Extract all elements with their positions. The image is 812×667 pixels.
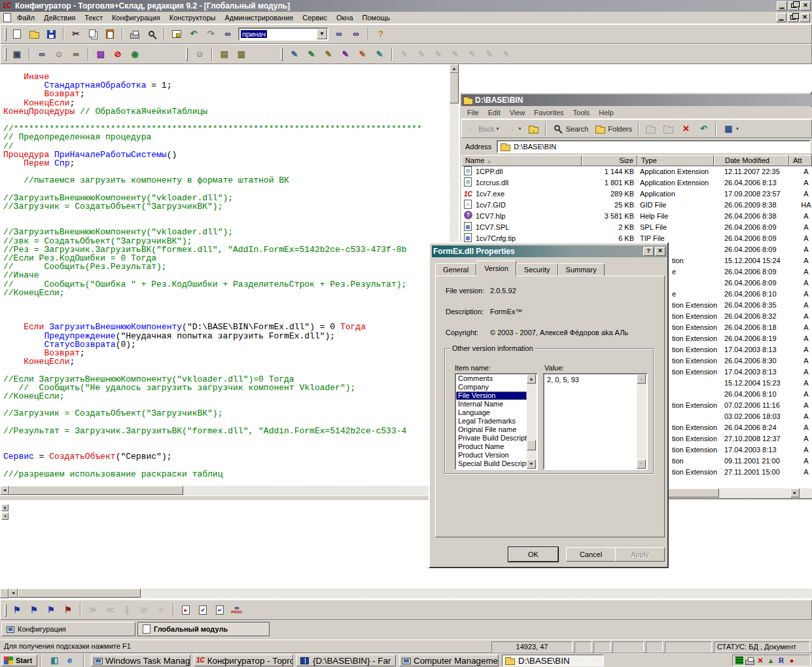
file-row[interactable]: ⚙1crcrus.dll1 801 KBApplication Extensio… <box>461 177 812 189</box>
indent-decrease-button[interactable]: ≪ <box>102 603 118 617</box>
list-vscrollbar[interactable]: ▲ ▼ <box>527 374 537 469</box>
cancel-button[interactable]: Cancel <box>566 547 616 562</box>
start-button[interactable]: Start <box>1 655 37 666</box>
mdi-minimize-button[interactable]: ▁ <box>776 13 786 22</box>
constructor-6-button[interactable]: ✎ <box>372 47 387 62</box>
constructor-10-button[interactable]: ✎ <box>448 47 463 62</box>
hscroll-thumb[interactable] <box>9 486 183 495</box>
main-menu-windows[interactable]: Окна <box>332 12 358 23</box>
version-item[interactable]: Company <box>456 383 527 391</box>
code-text[interactable]: Иначе СтандартнаяОбработка = 1; Возврат;… <box>3 73 449 484</box>
toolbar-handle-2[interactable] <box>5 48 7 61</box>
scheduler-tray-icon[interactable]: ▲ <box>766 655 775 666</box>
table-properties-button[interactable] <box>169 27 185 41</box>
show-desktop-button[interactable]: ◧ <box>49 655 60 666</box>
message-pane[interactable]: x ◂ ◄ <box>0 500 812 600</box>
column-header-attributes[interactable]: Att <box>789 155 812 166</box>
main-menu-administration[interactable]: Администрирование <box>220 12 298 23</box>
search-button[interactable]: Search <box>549 122 591 136</box>
globe-check-button[interactable]: ◉ <box>127 47 143 62</box>
explorer-menu-file[interactable]: File <box>463 107 484 118</box>
redo-button[interactable]: ↷ <box>203 27 219 41</box>
item-name-listbox[interactable]: CommentsCompanyFile VersionInternal Name… <box>455 373 538 470</box>
restore-button[interactable] <box>788 1 799 10</box>
close-button[interactable]: ✕ <box>800 1 811 10</box>
constructor-5-button[interactable]: ✎ <box>355 47 370 62</box>
toolbar-handle[interactable] <box>186 48 188 61</box>
main-menu-configuration[interactable]: Конфигурация <box>107 12 165 23</box>
copy-button[interactable] <box>85 27 101 41</box>
constructor-2-button[interactable]: ✎ <box>304 47 319 62</box>
value-box[interactable]: 2, 0, 5, 93 ▲ ▼ <box>543 373 648 470</box>
task-explorer-base-bin[interactable]: D:\BASE\BIN <box>502 655 604 666</box>
apply-button[interactable]: Apply <box>615 547 665 562</box>
scroll-up-icon[interactable]: ▲ <box>527 374 536 384</box>
dialog-tab-security[interactable]: Security <box>516 263 558 276</box>
printer-status-tray-icon[interactable] <box>745 655 754 666</box>
constructor-8-button[interactable]: ✎ <box>414 47 429 62</box>
task-far-manager[interactable]: {D:\BASE\BIN} - Far <box>296 655 396 666</box>
delete-button[interactable]: ✕ <box>677 122 695 136</box>
main-menu-constructors[interactable]: Конструкторы <box>165 12 221 23</box>
task-one-c-configurator[interactable]: 1CКонфигуратор - Торгов... <box>194 655 293 666</box>
main-menu-text[interactable]: Текст <box>80 12 107 23</box>
find-button[interactable]: ∞ <box>220 27 236 41</box>
syntax-check-button[interactable]: ✔ <box>195 603 211 617</box>
version-item[interactable]: Product Name <box>456 442 527 451</box>
find-next-button[interactable]: ∞ <box>331 27 347 41</box>
column-header-size[interactable]: Size <box>582 155 637 166</box>
table-console-2-button[interactable]: ▥ <box>234 47 249 62</box>
user-list-button[interactable]: ☺ <box>192 47 207 62</box>
find-procedure-button[interactable]: ∞PROC <box>229 603 245 617</box>
access-deny-button[interactable]: ⊘ <box>110 47 126 62</box>
close-icon[interactable]: ✕ <box>655 247 665 256</box>
constructor-13-button[interactable]: ✎ <box>499 47 514 62</box>
version-item[interactable]: Language <box>456 408 527 417</box>
print-button[interactable] <box>127 27 143 41</box>
tab-global-module[interactable]: Глобальный модуль <box>137 622 270 636</box>
version-item[interactable]: Comments <box>456 374 527 383</box>
indent-increase-button[interactable]: ≫ <box>85 603 101 617</box>
global-search-button[interactable]: ∞ <box>34 47 50 62</box>
open-button[interactable] <box>26 27 42 41</box>
constructor-1-button[interactable]: ✎ <box>287 47 302 62</box>
keyboard-layout-tray-icon[interactable]: R <box>777 655 786 666</box>
message-pane-close[interactable]: x <box>1 504 9 511</box>
list-scroll-thumb[interactable] <box>527 440 536 450</box>
explorer-menu-favorites[interactable]: Favorites <box>529 107 568 118</box>
forward-button[interactable]: → ▾ <box>502 122 524 136</box>
syntax-highlight-button[interactable]: ▨ <box>93 47 109 62</box>
minimize-button[interactable]: ▁ <box>777 1 787 10</box>
help-icon[interactable]: ? <box>643 247 654 256</box>
message-hscrollbar[interactable]: ◄ <box>0 588 812 599</box>
constructor-11-button[interactable]: ✎ <box>465 47 480 62</box>
alarm-tray-icon[interactable]: ● <box>787 655 796 666</box>
task-windows-task-manager[interactable]: Windows Task Manager <box>91 655 190 666</box>
bookmark-next-button[interactable]: ⚑ <box>26 603 42 617</box>
constructor-7-button[interactable]: ✎ <box>397 47 412 62</box>
copy-to-button[interactable] <box>660 122 677 136</box>
tab-configuration[interactable]: Конфигурация <box>1 622 135 636</box>
network-activity-tray-icon[interactable] <box>735 655 744 666</box>
find-in-modules-button[interactable]: ☺ <box>51 47 67 62</box>
explorer-menu-edit[interactable]: Edit <box>484 107 505 118</box>
scroll-down-icon[interactable]: ▼ <box>527 460 536 469</box>
main-menu-help[interactable]: Помощь <box>358 12 395 23</box>
dialog-tab-summary[interactable]: Summary <box>558 263 605 276</box>
find-references-button[interactable]: ∞ <box>68 47 84 62</box>
value-vscrollbar[interactable]: ▲ ▼ <box>637 374 646 469</box>
toolbar-handle-3[interactable] <box>5 604 7 617</box>
explorer-title-bar[interactable]: D:\BASE\BIN <box>461 94 812 106</box>
chevron-down-icon[interactable]: ▼ <box>317 29 327 39</box>
version-item[interactable]: Special Build Description <box>456 460 527 468</box>
window-split-button[interactable]: ▣ <box>9 47 25 62</box>
new-button[interactable] <box>9 27 25 41</box>
explorer-menu-help[interactable]: Help <box>594 107 618 118</box>
version-item[interactable]: Private Build Description <box>456 434 527 442</box>
paste-button[interactable] <box>102 27 118 41</box>
task-computer-management[interactable]: Computer Management <box>399 655 499 666</box>
format-block-button[interactable]: ≡ <box>153 603 169 617</box>
mdi-restore-button[interactable] <box>788 13 798 22</box>
bookmark-toggle-button[interactable]: ⚑ <box>9 603 25 617</box>
main-menu-service[interactable]: Сервис <box>298 12 332 23</box>
